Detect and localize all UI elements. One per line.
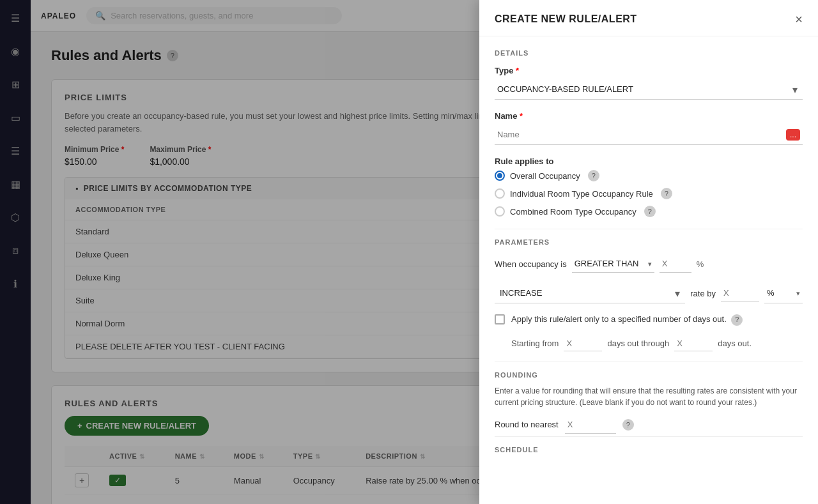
sort-icon[interactable]: ⇅ [259,453,265,460]
occupancy-select[interactable]: GREATER THAN LESS THAN EQUAL TO [572,255,654,273]
details-section-label: DETAILS [495,49,803,57]
app-logo: APALEO [41,11,76,20]
when-occupancy-label: When occupancy is [495,259,567,269]
sidebar-item-rooms[interactable]: ▭ [5,107,26,128]
pct-select[interactable]: % $ [764,283,803,303]
modal-body: DETAILS Type * OCCUPANCY-BASED RULE/ALER… [479,36,818,504]
col-header-type: TYPE⇅ [283,446,355,467]
overall-help-icon[interactable]: ? [588,170,599,181]
sidebar-item-analytics[interactable]: ⬡ [5,207,26,227]
occupancy-row: When occupancy is GREATER THAN LESS THAN… [495,255,803,273]
type-label: Type * [495,66,803,75]
params-label: PARAMETERS [495,229,803,246]
col-header-active: ACTIVE⇅ [99,446,165,467]
type-cell: Occupancy [283,467,355,494]
search-placeholder: Search reservations, guests, and more [111,11,253,20]
name-input-wrapper: ... [495,125,803,145]
name-field-group: Name * ... [495,111,803,145]
sidebar-item-calendar[interactable]: ▦ [5,174,26,194]
days-out-checkbox[interactable] [495,314,505,325]
sidebar-item-menu[interactable]: ☰ [5,8,26,28]
radio-dot-overall [495,171,505,181]
sidebar: ☰ ◉ ⊞ ▭ ☰ ▦ ⬡ ⧈ ℹ [0,0,31,504]
round-input[interactable] [565,416,616,434]
occupancy-threshold-input[interactable] [660,255,691,273]
radio-label-combined: Combined Room Type Occupancy [510,207,637,217]
name-label: Name * [495,111,803,121]
increase-select[interactable]: INCREASE DECREASE [495,283,685,303]
rate-value-input[interactable] [721,284,759,302]
create-rule-button[interactable]: + CREATE NEW RULE/ALERT [65,416,209,436]
active-cell: ✓ [99,467,165,494]
sidebar-item-schedule[interactable]: ⧈ [5,240,26,261]
rule-applies-label: Rule applies to [495,157,803,166]
modal-header: CREATE NEW RULE/ALERT × [479,0,818,36]
starting-from-label: Starting from [511,339,559,348]
radio-group: Overall Occupancy ? Individual Room Type… [495,170,803,217]
occupancy-select-wrapper: GREATER THAN LESS THAN EQUAL TO [572,255,654,273]
radio-dot-combined [495,206,505,217]
sidebar-item-list[interactable]: ☰ [5,141,26,161]
combined-help-icon[interactable]: ? [644,206,656,217]
rounding-section: ROUNDING Enter a value for rounding that… [495,362,803,434]
min-price-label: Minimum Price * [65,145,124,154]
rounding-desc: Enter a value for rounding that will ens… [495,385,803,408]
max-price-group: Maximum Price * $1,000.00 [150,145,211,167]
active-badge: ✓ [109,475,126,486]
name-cell: 5 [165,467,224,494]
days-out-end-input[interactable] [674,336,713,351]
col-header-name: NAME⇅ [165,446,224,467]
col-header-mode: MODE⇅ [224,446,283,467]
max-price-label: Maximum Price * [150,145,211,154]
min-price-value: $150.00 [65,157,124,167]
schedule-section: SCHEDULE [495,436,803,454]
individual-help-icon[interactable]: ? [661,188,672,199]
parameters-section: PARAMETERS When occupancy is GREATER THA… [495,229,803,351]
type-select-wrapper: OCCUPANCY-BASED RULE/ALERT [495,79,803,100]
round-nearest-label: Round to nearest [495,420,559,429]
sort-icon[interactable]: ⇅ [139,453,145,460]
plus-icon: + [77,421,82,431]
radio-label-individual: Individual Room Type Occupancy Rule [510,189,653,199]
round-help-icon[interactable]: ? [622,419,634,431]
pct-symbol: % [697,259,704,269]
schedule-label: SCHEDULE [495,446,803,454]
modal-title: CREATE NEW RULE/ALERT [495,13,637,25]
expand-button[interactable]: + [75,473,89,487]
radio-label-overall: Overall Occupancy [510,171,580,181]
type-select[interactable]: OCCUPANCY-BASED RULE/ALERT [495,79,803,100]
collapse-icon: ▪ [75,184,79,193]
emoji-button[interactable]: ... [786,129,800,141]
rounding-label: ROUNDING [495,371,803,379]
days-out-through-label: days out through [607,339,669,348]
radio-combined[interactable]: Combined Room Type Occupancy ? [495,206,803,217]
sidebar-item-info[interactable]: ℹ [5,273,26,294]
checkbox-help-icon[interactable]: ? [731,314,743,326]
sort-icon[interactable]: ⇅ [199,453,205,460]
pct-select-wrapper: % $ [764,283,803,303]
increase-row: INCREASE DECREASE rate by % $ [495,283,803,303]
days-out-end-label: days out. [718,339,752,348]
modal-close-button[interactable]: × [795,13,803,26]
round-row: Round to nearest ? [495,416,803,434]
expand-cell: + [65,467,99,494]
starting-from-input[interactable] [564,336,602,351]
sort-icon[interactable]: ⇅ [315,453,321,460]
name-input[interactable] [495,125,803,145]
days-row: Starting from days out through days out. [495,336,803,351]
max-price-value: $1,000.00 [150,157,211,167]
radio-dot-individual [495,188,505,199]
sort-icon[interactable]: ⇅ [420,453,426,460]
rate-by-label: rate by [690,289,716,298]
modal: CREATE NEW RULE/ALERT × DETAILS Type * O… [479,0,818,504]
search-bar[interactable]: 🔍 Search reservations, guests, and more [86,7,342,24]
page-help-icon[interactable]: ? [167,50,178,61]
search-icon: 🔍 [95,11,105,20]
rule-applies-group: Rule applies to Overall Occupancy ? Indi… [495,157,803,217]
days-out-checkbox-row: Apply this rule/alert only to a specifie… [495,314,803,326]
radio-individual[interactable]: Individual Room Type Occupancy Rule ? [495,188,803,199]
sidebar-item-grid[interactable]: ⊞ [5,74,26,95]
radio-overall[interactable]: Overall Occupancy ? [495,170,803,181]
type-field-group: Type * OCCUPANCY-BASED RULE/ALERT [495,66,803,100]
sidebar-item-dashboard[interactable]: ◉ [5,41,26,61]
